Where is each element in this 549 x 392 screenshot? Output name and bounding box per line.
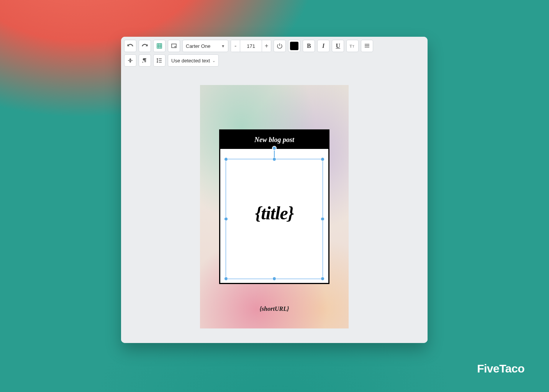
line-spacing-icon — [156, 57, 163, 64]
undo-button[interactable] — [124, 40, 136, 52]
italic-button[interactable]: I — [317, 40, 329, 52]
crop-icon — [170, 42, 177, 49]
svg-rect-0 — [172, 44, 176, 48]
svg-rect-1 — [175, 46, 176, 47]
shorturl-placeholder-text[interactable]: {shortURL} — [200, 305, 349, 312]
resize-handle-bm[interactable] — [272, 277, 276, 281]
line-spacing-button[interactable] — [153, 54, 166, 67]
editor-window: Carter One ▼ - + B I U TT — [121, 37, 428, 343]
crop-button[interactable] — [168, 40, 180, 52]
undo-icon — [127, 42, 134, 49]
power-icon — [276, 42, 283, 49]
redo-icon — [141, 42, 148, 49]
vertical-align-icon — [127, 57, 134, 64]
color-preview — [290, 42, 298, 50]
text-case-button[interactable]: TT — [346, 40, 359, 52]
rotate-connector — [274, 150, 275, 159]
detected-text-select[interactable]: Use detected text ⌄ — [168, 54, 219, 67]
card-header-text: New blog post — [254, 136, 294, 144]
text-case-icon: TT — [349, 42, 356, 49]
resize-handle-br[interactable] — [321, 277, 324, 281]
align-icon — [364, 42, 370, 49]
font-family-select[interactable]: Carter One ▼ — [182, 40, 228, 52]
caret-down-icon: ▼ — [221, 44, 225, 48]
detected-text-label: Use detected text — [171, 58, 210, 64]
text-direction-button[interactable] — [139, 54, 151, 67]
grid-icon — [156, 42, 163, 49]
resize-handle-tr[interactable] — [321, 157, 324, 161]
card-frame[interactable]: New blog post {title} — [219, 129, 329, 284]
svg-text:T: T — [350, 44, 352, 48]
pilcrow-icon — [141, 57, 148, 64]
font-size-stepper: - + — [231, 40, 271, 52]
toolbar-row-2: Use detected text ⌄ — [124, 54, 424, 67]
text-color-swatch[interactable] — [288, 40, 300, 52]
title-placeholder-text[interactable]: {title} — [220, 203, 328, 224]
power-button[interactable] — [274, 40, 286, 52]
brand-watermark: FiveTaco — [477, 362, 524, 375]
align-button[interactable] — [361, 40, 373, 52]
resize-handle-tl[interactable] — [224, 157, 228, 161]
toolbar: Carter One ▼ - + B I U TT — [121, 37, 428, 70]
font-size-increase[interactable]: + — [262, 40, 271, 52]
font-name-label: Carter One — [186, 43, 210, 49]
rotate-handle[interactable] — [272, 146, 277, 150]
canvas-area[interactable]: New blog post {title} {shortURL} — [121, 72, 428, 343]
design-canvas[interactable]: New blog post {title} {shortURL} — [200, 85, 349, 328]
bold-button[interactable]: B — [303, 40, 315, 52]
grid-button[interactable] — [153, 40, 166, 52]
underline-button[interactable]: U — [332, 40, 344, 52]
chevron-down-icon: ⌄ — [212, 59, 215, 63]
svg-text:T: T — [352, 45, 354, 48]
redo-button[interactable] — [139, 40, 151, 52]
resize-handle-bl[interactable] — [224, 277, 228, 281]
font-size-input[interactable] — [240, 40, 262, 52]
vertical-align-button[interactable] — [124, 54, 136, 67]
font-size-decrease[interactable]: - — [231, 40, 240, 52]
